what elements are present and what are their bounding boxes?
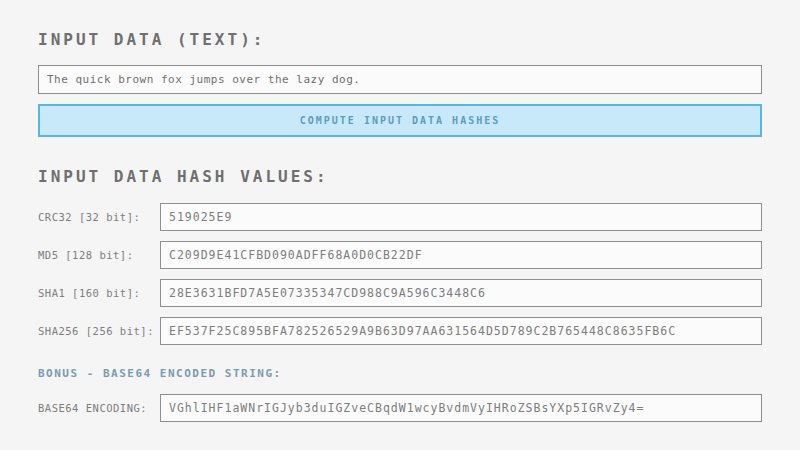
hash-tool-page: INPUT DATA (TEXT): COMPUTE INPUT DATA HA… <box>0 0 800 450</box>
base64-label: BASE64 ENCODING: <box>38 402 160 414</box>
sha1-label: SHA1 [160 bit]: <box>38 287 160 299</box>
hash-values-title: INPUT DATA HASH VALUES: <box>38 167 762 186</box>
compute-hashes-button[interactable]: COMPUTE INPUT DATA HASHES <box>38 104 762 137</box>
md5-label: MD5 [128 bit]: <box>38 249 160 261</box>
bonus-base64-title: BONUS - BASE64 ENCODED STRING: <box>38 367 762 380</box>
sha1-value-field[interactable] <box>160 279 762 307</box>
hash-row-md5: MD5 [128 bit]: <box>38 241 762 269</box>
sha256-value-field[interactable] <box>160 317 762 345</box>
hash-row-sha1: SHA1 [160 bit]: <box>38 279 762 307</box>
md5-value-field[interactable] <box>160 241 762 269</box>
input-data-title: INPUT DATA (TEXT): <box>38 30 762 49</box>
hash-row-sha256: SHA256 [256 bit]: <box>38 317 762 345</box>
hash-row-crc32: CRC32 [32 bit]: <box>38 203 762 231</box>
hash-row-base64: BASE64 ENCODING: <box>38 394 762 422</box>
crc32-value-field[interactable] <box>160 203 762 231</box>
crc32-label: CRC32 [32 bit]: <box>38 211 160 223</box>
sha256-label: SHA256 [256 bit]: <box>38 325 160 337</box>
base64-value-field[interactable] <box>160 394 762 422</box>
input-data-field[interactable] <box>38 65 762 94</box>
